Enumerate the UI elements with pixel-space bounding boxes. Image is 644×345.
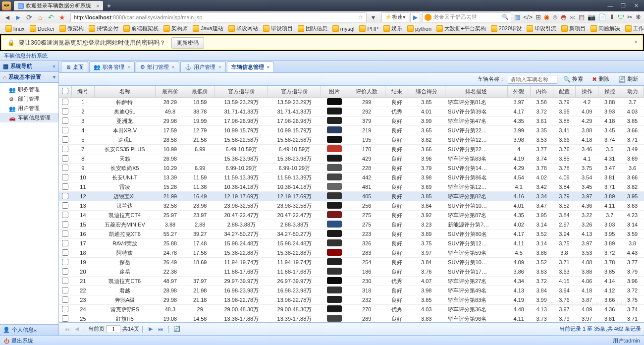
table-row[interactable]: 24雷克萨斯ES48.32929.00-48.30万29.00-48.30万27… bbox=[59, 305, 644, 314]
bookmark-folder[interactable]: 工作室2020 bbox=[623, 25, 644, 32]
column-header[interactable]: 动力 bbox=[621, 86, 644, 98]
bookmark-folder[interactable]: 持续交付 bbox=[86, 25, 121, 32]
ext-icon[interactable]: ▤ bbox=[579, 13, 585, 21]
first-page-button[interactable]: ⏮ bbox=[63, 325, 71, 333]
column-header[interactable]: 官方指导价 bbox=[215, 86, 268, 98]
reload-button[interactable]: ⟳ bbox=[25, 13, 34, 22]
column-header[interactable]: 配置 bbox=[553, 86, 576, 98]
close-tab-icon[interactable]: × bbox=[267, 64, 270, 70]
restore-button[interactable]: ❐ bbox=[617, 2, 629, 10]
row-checkbox[interactable] bbox=[59, 98, 72, 107]
column-header[interactable]: 编号 bbox=[72, 86, 95, 98]
page-input[interactable] bbox=[107, 325, 120, 333]
forward-button[interactable]: ► bbox=[14, 13, 23, 22]
content-tab[interactable]: ⚙部门管理× bbox=[136, 61, 179, 72]
sidebar-group-header[interactable]: ⌂ 系统基本设置 ▾ bbox=[0, 72, 58, 83]
table-row[interactable]: 2奥迪Q5L49.838.7831.71-41.33万31.71-41.33万2… bbox=[59, 107, 644, 116]
bookmark-folder[interactable]: 微架构 bbox=[57, 25, 86, 32]
content-tab[interactable]: 👥职务管理× bbox=[89, 61, 135, 72]
collapse-sidebar-icon[interactable]: « bbox=[53, 63, 55, 69]
table-row[interactable]: 8天籁26.9815.38-23.98万15.38-23.98万429良好3.9… bbox=[59, 154, 644, 164]
row-checkbox[interactable] bbox=[59, 126, 72, 135]
column-header[interactable]: 操控 bbox=[598, 86, 621, 98]
vehicle-name-input[interactable] bbox=[508, 75, 557, 84]
bookmark-folder[interactable]: Java建站 bbox=[190, 25, 225, 32]
column-header[interactable]: 名称 bbox=[94, 86, 155, 98]
bookmark-folder[interactable]: 2020毕设 bbox=[488, 25, 524, 32]
bookmark-folder[interactable]: 大数据+平台架构 bbox=[434, 25, 488, 32]
select-all-header[interactable] bbox=[59, 86, 72, 98]
table-row[interactable]: 22君越28.9821.9816.98-23.98万16.98-23.98万31… bbox=[59, 286, 644, 295]
row-checkbox[interactable] bbox=[59, 154, 72, 164]
table-row[interactable]: 7长安CS35 PLUS10.996.996.49-10.59万6.49-10.… bbox=[59, 145, 644, 154]
refresh-button[interactable]: 🔄刷新 bbox=[615, 74, 641, 84]
table-row[interactable]: 13汉兰达32.5823.9823.98-32.58万23.98-32.58万2… bbox=[59, 201, 644, 211]
ext-icon[interactable]: ⊚ bbox=[552, 13, 558, 21]
table-row[interactable]: 12迈锐宝XL21.9916.4912.19-17.69万12.19-17.69… bbox=[59, 192, 644, 201]
column-header[interactable]: 综合得分 bbox=[408, 86, 445, 98]
bookmark-folder[interactable]: 架构师 bbox=[161, 25, 190, 32]
undo-button[interactable]: ↶ bbox=[47, 13, 55, 22]
row-checkbox[interactable] bbox=[59, 305, 72, 314]
close-tab-icon[interactable]: × bbox=[127, 64, 130, 70]
bookmark-folder[interactable]: 前端框架栈 bbox=[121, 25, 161, 32]
table-row[interactable]: 3亚洲龙29.9819.9917.98-26.98万17.98-26.98万37… bbox=[59, 116, 644, 126]
column-header[interactable]: 官方指导价 bbox=[268, 86, 321, 98]
row-checkbox[interactable] bbox=[59, 314, 72, 323]
column-header[interactable]: 最高价 bbox=[155, 86, 185, 98]
minimize-button[interactable]: — bbox=[604, 2, 616, 10]
row-checkbox[interactable] bbox=[59, 239, 72, 248]
column-header[interactable]: 图片 bbox=[321, 86, 348, 98]
row-checkbox[interactable] bbox=[59, 135, 72, 145]
table-row[interactable]: 20途岳22.3811.88-17.68万11.88-17.68万186良好3.… bbox=[59, 267, 644, 277]
bookmark-folder[interactable]: 娱乐 bbox=[381, 25, 405, 32]
logout-link[interactable]: 退出系统 bbox=[11, 337, 33, 345]
row-checkbox[interactable] bbox=[59, 258, 72, 267]
table-row[interactable]: 5途观L28.5821.5815.58-22.58万15.58-22.58万19… bbox=[59, 135, 644, 145]
row-checkbox[interactable] bbox=[59, 277, 72, 286]
ext-icon[interactable]: ⩙ bbox=[569, 13, 576, 21]
table-row[interactable]: 21凯迪拉克CT648.9737.9729.97-39.97万26.97-39.… bbox=[59, 277, 644, 286]
home-button[interactable]: ⌂ bbox=[36, 13, 45, 22]
profile-button[interactable]: 👤 个人信息 « bbox=[0, 324, 58, 335]
ext-icon[interactable]: ⊞ bbox=[536, 13, 541, 21]
table-row[interactable]: 23奔驰A级29.9821.1813.98-22.78万13.98-22.78万… bbox=[59, 295, 644, 305]
back-button[interactable]: ◄ bbox=[3, 13, 12, 22]
column-header[interactable]: 内饰 bbox=[530, 86, 553, 98]
bookmark-folder[interactable]: 毕设网站 bbox=[226, 25, 261, 32]
ext-icon[interactable]: 📷 bbox=[588, 13, 595, 21]
bookmark-folder[interactable]: Docker bbox=[27, 25, 57, 32]
search-icon[interactable]: 🔍 bbox=[502, 14, 509, 20]
row-checkbox[interactable] bbox=[59, 295, 72, 305]
dropdown-icon[interactable]: ▾ bbox=[369, 13, 377, 22]
content-tab[interactable]: ⚓用户管理× bbox=[180, 61, 226, 72]
bookmark-folder[interactable]: 团队信息 bbox=[295, 25, 330, 32]
collapse-icon[interactable]: « bbox=[34, 327, 37, 333]
row-checkbox[interactable] bbox=[59, 107, 72, 116]
ext-icon[interactable]: ◉ bbox=[544, 13, 549, 21]
refresh-pager-button[interactable]: 🔄 bbox=[173, 325, 181, 333]
table-row[interactable]: 1帕萨特28.2918.5913.59-23.29万13.59-23.29万29… bbox=[59, 98, 644, 107]
column-header[interactable]: 操作 bbox=[576, 86, 598, 98]
close-tab-icon[interactable]: × bbox=[218, 64, 221, 70]
ext-icon[interactable]: ▦ bbox=[514, 13, 520, 21]
row-checkbox[interactable] bbox=[59, 220, 72, 230]
row-checkbox[interactable] bbox=[59, 267, 72, 277]
table-row[interactable]: 10长安UNI-T13.3911.5911.59-13.39万11.59-13.… bbox=[59, 173, 644, 182]
bookmark-folder[interactable]: 毕设项目 bbox=[261, 25, 295, 32]
content-tab[interactable]: 🖥桌面 bbox=[61, 61, 88, 72]
star-button[interactable]: ★ bbox=[57, 13, 66, 22]
table-row[interactable]: 14凯迪拉克CT425.9723.9720.47-22.47万20.47-22.… bbox=[59, 211, 644, 220]
tree-item-0[interactable]: 👥职务管理 bbox=[0, 85, 58, 94]
row-checkbox[interactable] bbox=[59, 201, 72, 211]
table-row[interactable]: 9长安欧尚X510.296.996.99-10.29万6.99-10.29万22… bbox=[59, 164, 644, 173]
ext-icon[interactable]: 🛡 bbox=[618, 13, 624, 21]
column-header[interactable]: 最低价 bbox=[185, 86, 215, 98]
delete-button[interactable]: ✖删除 bbox=[589, 74, 612, 84]
table-row[interactable]: 11雷凌15.2811.3810.38-14.18万10.38-14.18万48… bbox=[59, 182, 644, 192]
speed-mode[interactable]: ⚡极速 ▾ bbox=[381, 12, 409, 22]
ext-icon[interactable]: 📄 bbox=[598, 13, 606, 21]
ext-icon[interactable]: ✂ bbox=[627, 13, 633, 21]
new-tab-button[interactable]: ✦ bbox=[106, 2, 112, 10]
row-checkbox[interactable] bbox=[59, 116, 72, 126]
